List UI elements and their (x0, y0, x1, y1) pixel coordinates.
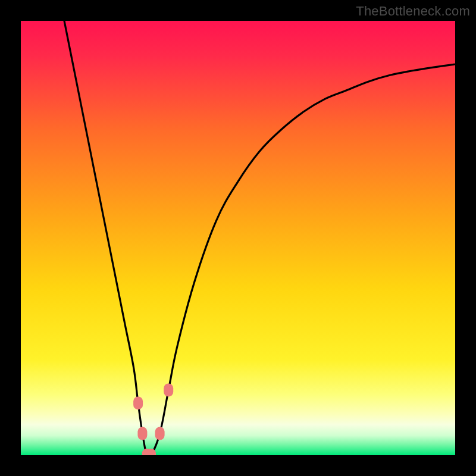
marker-dot (155, 427, 165, 440)
gradient-background (21, 21, 455, 455)
chart-frame: TheBottleneck.com (0, 0, 476, 476)
marker-dot (164, 384, 173, 397)
marker-dot (133, 396, 143, 409)
marker-dot (137, 427, 147, 440)
bottleneck-plot (21, 21, 455, 455)
watermark-text: TheBottleneck.com (356, 4, 470, 19)
